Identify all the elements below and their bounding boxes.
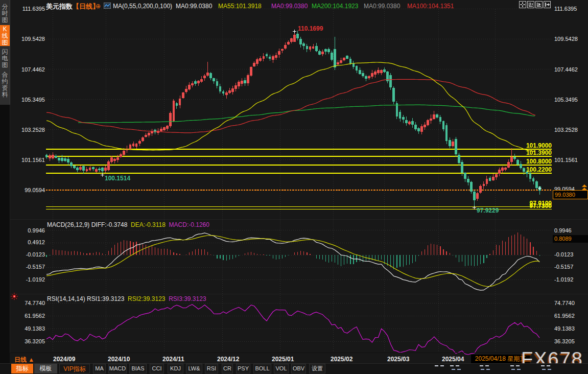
svg-text:97.9229: 97.9229: [477, 207, 499, 214]
svg-text:110.1699: 110.1699: [298, 25, 323, 32]
svg-text:100.1514: 100.1514: [105, 175, 130, 182]
